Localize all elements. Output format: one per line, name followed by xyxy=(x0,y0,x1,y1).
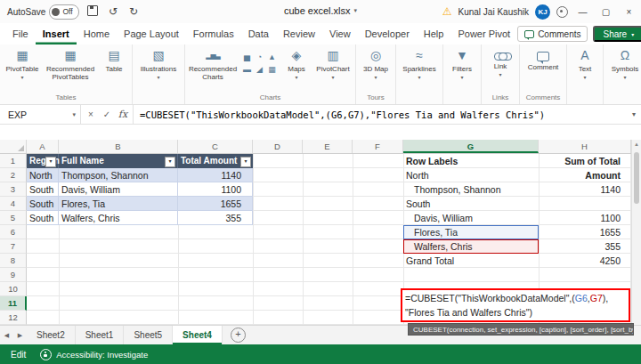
cell-name[interactable]: Flores, Tia xyxy=(59,197,178,211)
pivottable-button[interactable]: ▦ PivotTable ▾ xyxy=(2,44,43,80)
column-header-h[interactable]: H xyxy=(539,140,631,153)
sheet-tab-sheet4[interactable]: Sheet4 xyxy=(173,326,223,344)
row-header-11[interactable]: 11 xyxy=(0,296,27,311)
table-row[interactable]: South Davis, William 1100 xyxy=(27,182,253,197)
redo-icon[interactable]: ↻ xyxy=(127,5,141,18)
cell-name[interactable]: Davis, William xyxy=(59,182,178,197)
filter-dropdown-icon[interactable]: ▾ xyxy=(45,157,56,167)
document-title[interactable]: cube excel.xlsx ▾ xyxy=(284,5,357,16)
minimize-button[interactable]: — xyxy=(574,0,591,23)
save-icon[interactable] xyxy=(86,5,100,19)
filter-dropdown-icon[interactable]: ▾ xyxy=(165,157,175,167)
filter-dropdown-icon[interactable]: ▾ xyxy=(240,157,251,167)
pivot-row-label[interactable]: South xyxy=(403,197,539,211)
pivot-header-row-labels[interactable]: Row Labels xyxy=(403,154,539,168)
cell-amount[interactable]: 355 xyxy=(178,211,253,225)
pivot-grand-total-value[interactable]: 4250 xyxy=(539,254,631,268)
column-header-b[interactable]: B xyxy=(59,140,178,153)
ribbon-tab-view[interactable]: View xyxy=(322,23,358,44)
bar-chart-icon[interactable]: ▬ xyxy=(241,64,253,76)
row-header-3[interactable]: 3 xyxy=(0,182,27,197)
cancel-button[interactable]: × xyxy=(83,109,99,119)
cell-region[interactable]: South xyxy=(27,197,59,211)
column-header-d[interactable]: D xyxy=(253,140,303,153)
cell-region[interactable]: South xyxy=(27,182,59,197)
table-button[interactable]: ▤ Table xyxy=(98,44,130,73)
column-header-f[interactable]: F xyxy=(353,140,403,153)
accessibility-status[interactable]: Accessibility: Investigate xyxy=(40,349,148,360)
recommended-charts-button[interactable]: ▂▅▃ Recommended Charts xyxy=(187,44,239,81)
autosave-control[interactable]: AutoSave Off xyxy=(7,4,79,20)
maps-button[interactable]: ◈ Maps ▾ xyxy=(280,44,312,80)
link-button[interactable]: Link ▾ xyxy=(483,44,517,77)
table-row[interactable]: South Flores, Tia 1655 xyxy=(27,197,253,211)
comments-button[interactable]: Comments xyxy=(517,26,588,42)
sheet-nav-right-icon[interactable]: ▶ xyxy=(13,326,27,344)
scrollbar-thumb[interactable] xyxy=(634,152,639,204)
cell-region[interactable]: South xyxy=(27,211,59,225)
row-header-6[interactable]: 6 xyxy=(0,225,27,239)
ribbon-tab-insert[interactable]: Insert xyxy=(36,23,77,44)
pivot-grand-total-label[interactable]: Grand Total xyxy=(403,254,539,268)
pie-chart-icon[interactable]: ◔ xyxy=(254,52,265,63)
ribbon-tab-file[interactable]: File xyxy=(5,23,36,44)
insert-function-button[interactable]: fx xyxy=(115,109,131,120)
sheet-tab-sheet2[interactable]: Sheet2 xyxy=(27,326,76,344)
ribbon-tab-developer[interactable]: Developer xyxy=(358,23,417,44)
ribbon-tab-home[interactable]: Home xyxy=(77,23,117,44)
pivot-row-value[interactable]: 1140 xyxy=(539,182,631,197)
row-header-8[interactable]: 8 xyxy=(0,254,27,268)
select-all-corner[interactable] xyxy=(0,140,27,153)
table-row[interactable]: North Thompson, Shannon 1140 xyxy=(27,168,253,182)
sheet-tab-sheet5[interactable]: Sheet5 xyxy=(124,326,173,344)
text-button[interactable]: A Text ▾ xyxy=(569,44,601,80)
column-header-g[interactable]: G xyxy=(403,140,539,153)
ribbon-tab-power-pivot[interactable]: Power Pivot xyxy=(450,23,517,44)
cell-name[interactable]: Walfers, Chris xyxy=(59,211,178,225)
lightbulb-icon[interactable] xyxy=(556,6,568,18)
name-box[interactable]: EXP ▾ xyxy=(0,105,81,124)
recommended-pivottables-button[interactable]: ▦ Recommended PivotTables xyxy=(43,44,98,81)
pivot-row-label[interactable]: North xyxy=(403,168,539,182)
close-button[interactable]: × xyxy=(621,0,637,23)
row-header-7[interactable]: 7 xyxy=(0,239,27,254)
ribbon-tab-formulas[interactable]: Formulas xyxy=(186,23,241,44)
area-chart-icon[interactable]: ◢ xyxy=(254,64,265,76)
ribbon-tab-help[interactable]: Help xyxy=(417,23,451,44)
new-sheet-button[interactable]: + xyxy=(231,328,246,343)
ribbon-tab-page-layout[interactable]: Page Layout xyxy=(117,23,186,44)
column-header-a[interactable]: A xyxy=(27,140,59,153)
filters-button[interactable]: ▼ Filters ▾ xyxy=(445,44,479,80)
avatar[interactable]: KJ xyxy=(535,4,550,20)
column-chart-icon[interactable]: ▅ xyxy=(241,52,253,63)
user-name[interactable]: Kunal Jai Kaushik xyxy=(458,7,530,17)
row-header-12[interactable]: 12 xyxy=(0,311,27,325)
row-header-5[interactable]: 5 xyxy=(0,211,27,225)
share-button[interactable]: Share ▾ xyxy=(593,26,641,42)
sheet-tab-sheet1[interactable]: Sheet1 xyxy=(76,326,125,344)
formula-input[interactable]: =CUBESET("ThisWorkbookDataModel",(G6,G7)… xyxy=(134,105,627,124)
autosave-toggle[interactable]: Off xyxy=(49,4,78,20)
undo-icon[interactable]: ↺ xyxy=(107,5,120,18)
pivotchart-button[interactable]: ▥ PivotChart ▾ xyxy=(312,44,353,80)
row-header-1[interactable]: 1 xyxy=(0,154,27,168)
cell-name[interactable]: Thompson, Shannon xyxy=(59,168,178,182)
scroll-up-icon[interactable]: ▲ xyxy=(632,140,641,150)
cell-amount[interactable]: 1100 xyxy=(178,182,253,197)
enter-button[interactable]: ✓ xyxy=(99,109,115,119)
pivot-row-value[interactable]: 1100 xyxy=(539,211,631,225)
restore-button[interactable]: ▢ xyxy=(597,0,614,23)
row-header-2[interactable]: 2 xyxy=(0,168,27,182)
column-header-e[interactable]: E xyxy=(303,140,353,153)
pivot-row-label[interactable]: Thompson, Shannon xyxy=(403,182,539,197)
table-row[interactable]: South Walfers, Chris 355 xyxy=(27,211,253,225)
sparklines-button[interactable]: ≈ Sparklines ▾ xyxy=(398,44,441,80)
expand-formula-bar-icon[interactable]: ▾ xyxy=(627,105,641,124)
ribbon-tab-data[interactable]: Data xyxy=(241,23,276,44)
line-chart-icon[interactable]: ▲ xyxy=(266,52,278,63)
pivot-row-value[interactable]: 1655 xyxy=(539,225,631,239)
pivot-row-value[interactable]: 355 xyxy=(539,239,631,254)
cell-mode-indicator[interactable]: Edit xyxy=(11,350,26,360)
row-header-4[interactable]: 4 xyxy=(0,197,27,211)
illustrations-button[interactable]: ▧ Illustrations ▾ xyxy=(134,44,183,80)
